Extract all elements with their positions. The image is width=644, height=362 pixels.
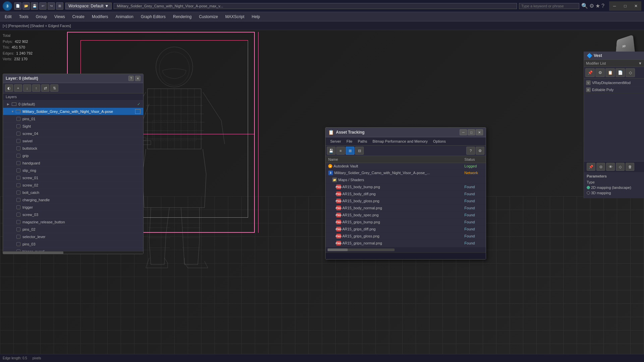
- layers-list[interactable]: ▶ 0 (default) ✓ ▼ Military_Soldier_Grey_…: [3, 100, 143, 251]
- layer-item-boltcatch[interactable]: bolt_catch: [3, 189, 143, 196]
- maximize-btn[interactable]: □: [620, 1, 631, 11]
- layer-item-sight[interactable]: Sight: [3, 123, 143, 130]
- modifier-list-dropdown-icon[interactable]: ▼: [638, 61, 642, 65]
- minimize-btn[interactable]: ─: [609, 1, 620, 11]
- layer-move-down-btn[interactable]: ↓: [23, 84, 31, 92]
- layer-panel-header[interactable]: Layer: 0 (default) ? ✕: [3, 74, 143, 83]
- asset-row-grips-diff[interactable]: PNGAR15_grips_diff.png Found: [326, 226, 486, 233]
- menu-help[interactable]: Help: [248, 13, 264, 20]
- layer-item-triggerguard[interactable]: trigger_guard: [3, 248, 143, 251]
- settings-icon[interactable]: ⚙: [589, 3, 594, 9]
- asset-col-name[interactable]: Name: [326, 156, 462, 163]
- make-unique-2-btn[interactable]: ◇: [616, 163, 625, 171]
- layer-item-buttstock[interactable]: buttstock: [3, 145, 143, 152]
- open-file-btn[interactable]: 📂: [22, 2, 30, 10]
- menu-maxscript[interactable]: MAXScript: [222, 13, 248, 20]
- menu-rendering[interactable]: Rendering: [170, 13, 195, 20]
- menu-animation[interactable]: Animation: [112, 13, 137, 20]
- layer-toggle-btn[interactable]: ◐: [5, 84, 13, 92]
- layer-scrollbar-h[interactable]: [3, 251, 143, 254]
- layer-item-slipring[interactable]: slip_ring: [3, 167, 143, 174]
- layer-item-pins02[interactable]: pins_02: [3, 226, 143, 233]
- asset-menu-paths[interactable]: Paths: [355, 138, 370, 144]
- asset-grid-btn[interactable]: ⊞: [346, 147, 354, 155]
- search-icon[interactable]: 🔍: [581, 3, 588, 9]
- mapping-3d-radio[interactable]: [587, 191, 590, 195]
- menu-views[interactable]: Views: [51, 13, 68, 20]
- menu-graph-editors[interactable]: Graph Editors: [137, 13, 169, 20]
- save-file-btn[interactable]: 💾: [31, 2, 38, 10]
- asset-row-grips-normal[interactable]: PNGAR15_grips_normal.png Found: [326, 240, 486, 247]
- asset-details-btn[interactable]: ⊟: [355, 147, 364, 155]
- layer-panel-close-btn[interactable]: ✕: [135, 76, 140, 81]
- pin-stack-btn[interactable]: 📌: [587, 163, 595, 171]
- layer-item-selectorlever[interactable]: selector_lever: [3, 233, 143, 240]
- asset-menu-bitmap[interactable]: Bitmap Performance and Memory: [370, 138, 430, 144]
- asset-row-soldier[interactable]: 3Military_Soldier_Grey_Camo_with_Night_V…: [326, 169, 486, 176]
- mapping-3d-option[interactable]: 3D mapping: [587, 191, 611, 195]
- layer-item-charging[interactable]: charging_handle: [3, 196, 143, 204]
- workspace-selector[interactable]: Workspace: Default ▼: [65, 3, 112, 9]
- layer-item-screw03[interactable]: screw_03: [3, 211, 143, 218]
- menu-edit[interactable]: Edit: [1, 13, 15, 20]
- asset-row-body-normal[interactable]: PNGAR15_body_normal.png Found: [326, 205, 486, 212]
- asset-scrollbar-h[interactable]: [328, 248, 395, 251]
- asset-close-btn[interactable]: ✕: [476, 129, 483, 135]
- layer-item-screw02[interactable]: screw_02: [3, 182, 143, 189]
- undo-btn[interactable]: ↩: [39, 2, 47, 10]
- layer-item-soldier[interactable]: ▼ Military_Soldier_Grey_Camo_with_Night_…: [3, 108, 143, 115]
- layer-item-screw01[interactable]: screw_01: [3, 174, 143, 182]
- layer-item-pins03[interactable]: pins_03: [3, 240, 143, 248]
- configure-modifier-btn[interactable]: ⚙: [595, 68, 605, 77]
- asset-help-btn[interactable]: ?: [466, 147, 475, 155]
- asset-maximize-btn[interactable]: □: [468, 129, 475, 135]
- show-end-btn[interactable]: ⊙: [596, 163, 605, 171]
- asset-menu-options[interactable]: Options: [430, 138, 449, 144]
- close-btn[interactable]: ✕: [631, 1, 641, 11]
- asset-menu-server[interactable]: Server: [328, 138, 344, 144]
- layer-add-btn[interactable]: +: [14, 84, 22, 92]
- layer-item-grip[interactable]: grip: [3, 152, 143, 159]
- star-icon[interactable]: ★: [595, 3, 600, 9]
- asset-settings-btn[interactable]: ⚙: [476, 147, 484, 155]
- keyword-search-input[interactable]: [519, 3, 579, 9]
- menu-customize[interactable]: Customize: [195, 13, 221, 20]
- layer-item-handguard[interactable]: handguard: [3, 159, 143, 167]
- asset-row-body-bump[interactable]: PNGAR15_body_bump.png Found: [326, 184, 486, 191]
- asset-row-body-diff[interactable]: PNGAR15_body_diff.png Found: [326, 191, 486, 198]
- modifier-item-vray[interactable]: V VRayDisplacementMod: [584, 79, 644, 86]
- menu-group[interactable]: Group: [33, 13, 50, 20]
- layer-item-screw04[interactable]: screw_04: [3, 130, 143, 137]
- copy-modifier-btn[interactable]: 📋: [605, 68, 615, 77]
- asset-col-status[interactable]: Status: [462, 156, 486, 163]
- asset-row-body-spec[interactable]: PNGAR15_body_spec.png Found: [326, 212, 486, 219]
- menu-tools[interactable]: Tools: [16, 13, 32, 20]
- layer-item-trigger[interactable]: trigger: [3, 204, 143, 211]
- pin-modifier-btn[interactable]: 📌: [585, 68, 595, 77]
- asset-row-vault[interactable]: ●Autodesk Vault Logged: [326, 163, 486, 169]
- viewport-btn[interactable]: ⊞: [56, 2, 63, 10]
- layer-panel-help-btn[interactable]: ?: [128, 76, 134, 81]
- mapping-2d-radio[interactable]: [587, 186, 590, 189]
- make-unique-btn[interactable]: ◇: [626, 68, 635, 77]
- asset-row-body-gloss[interactable]: PNGAR15_body_gloss.png Found: [326, 198, 486, 205]
- asset-menu-file[interactable]: File: [344, 138, 355, 144]
- new-file-btn[interactable]: 📄: [14, 2, 21, 10]
- asset-list-btn[interactable]: ≡: [336, 147, 345, 155]
- mapping-2d-option[interactable]: 2D mapping (landscape): [587, 186, 631, 190]
- layer-sort-btn[interactable]: ⇅: [50, 84, 58, 92]
- menu-modifiers[interactable]: Modifiers: [89, 13, 112, 20]
- asset-panel-header[interactable]: 📋 Asset Tracking ─ □ ✕: [326, 128, 486, 137]
- layer-item-magrelease[interactable]: magazine_release_button: [3, 218, 143, 226]
- asset-row-maps[interactable]: 📁Maps / Shaders: [326, 176, 486, 184]
- paste-modifier-btn[interactable]: 📄: [616, 68, 625, 77]
- asset-table-container[interactable]: Name Status ●Autodesk Vault Logged 3Mili…: [326, 156, 486, 247]
- asset-minimize-btn[interactable]: ─: [460, 129, 467, 135]
- layer-item-swivel[interactable]: swivel: [3, 137, 143, 145]
- redo-btn[interactable]: ↪: [48, 2, 55, 10]
- viewport-3d[interactable]: Total Polys: 422 902 Tris: 451 570 Edges…: [0, 30, 644, 362]
- asset-row-grips-bump[interactable]: PNGAR15_grips_bump.png Found: [326, 219, 486, 226]
- modifier-item-editablepoly[interactable]: E Editable Poly: [584, 86, 644, 93]
- delete-modifier-btn[interactable]: 🗑: [626, 163, 634, 171]
- layer-move-up-btn[interactable]: ↑: [32, 84, 40, 92]
